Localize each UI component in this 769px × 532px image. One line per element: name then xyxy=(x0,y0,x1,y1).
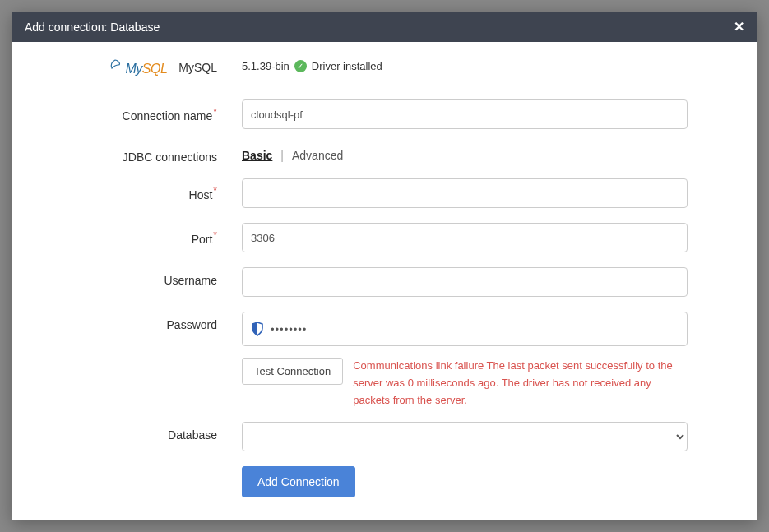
username-label: Username xyxy=(164,274,217,287)
port-label: Port xyxy=(192,233,213,246)
connection-name-input[interactable] xyxy=(242,99,688,129)
port-input[interactable] xyxy=(242,223,688,252)
database-label: Database xyxy=(168,428,217,442)
connection-name-label: Connection name xyxy=(123,109,213,123)
password-label: Password xyxy=(167,318,217,331)
test-connection-button[interactable]: Test Connection xyxy=(242,358,343,385)
connection-name-row: Connection name* xyxy=(28,99,725,129)
modal-body: MySQL MySQL 5.1.39-bin ✓ Driver installe… xyxy=(12,42,757,520)
password-input[interactable] xyxy=(271,323,679,335)
jdbc-connections-label: JDBC connections xyxy=(123,150,217,164)
required-mark: * xyxy=(213,185,217,197)
host-row: Host* xyxy=(28,178,725,208)
database-select[interactable] xyxy=(242,422,688,451)
driver-version: 5.1.39-bin xyxy=(242,60,290,72)
port-row: Port* xyxy=(28,223,725,252)
required-mark: * xyxy=(213,229,217,241)
view-all-drivers-label: View All Drivers xyxy=(41,517,115,520)
modal-title: Add connection: Database xyxy=(25,21,160,34)
tab-basic[interactable]: Basic xyxy=(242,149,272,162)
add-connection-button[interactable]: Add Connection xyxy=(242,466,355,497)
required-mark: * xyxy=(213,106,217,118)
host-label: Host xyxy=(189,188,213,201)
tab-advanced[interactable]: Advanced xyxy=(292,149,343,162)
host-input[interactable] xyxy=(242,178,688,208)
test-connection-row: Test Connection Communications link fail… xyxy=(28,358,725,409)
password-row: Password xyxy=(28,312,725,346)
submit-row: Add Connection xyxy=(28,466,725,497)
mysql-logo-icon: MySQL xyxy=(104,58,167,76)
username-row: Username xyxy=(28,267,725,297)
driver-status: Driver installed xyxy=(312,60,382,72)
modal-header: Add connection: Database ✕ xyxy=(12,12,757,42)
close-icon[interactable]: ✕ xyxy=(734,19,744,35)
shield-icon xyxy=(251,322,264,336)
driver-row: MySQL MySQL 5.1.39-bin ✓ Driver installe… xyxy=(28,58,725,76)
view-all-drivers-link[interactable]: «View All Drivers xyxy=(28,517,725,520)
check-icon: ✓ xyxy=(294,60,307,72)
connection-error-message: Communications link failure The last pac… xyxy=(353,358,688,409)
driver-name: MySQL xyxy=(178,61,217,74)
chevron-left-icon: « xyxy=(33,519,38,520)
database-row: Database xyxy=(28,422,725,451)
username-input[interactable] xyxy=(242,267,688,297)
jdbc-tabs-row: JDBC connections Basic | Advanced xyxy=(28,144,725,164)
add-connection-modal: Add connection: Database ✕ MySQL MySQL 5… xyxy=(12,12,757,520)
password-field-wrap xyxy=(242,312,688,346)
tab-separator: | xyxy=(280,149,284,162)
